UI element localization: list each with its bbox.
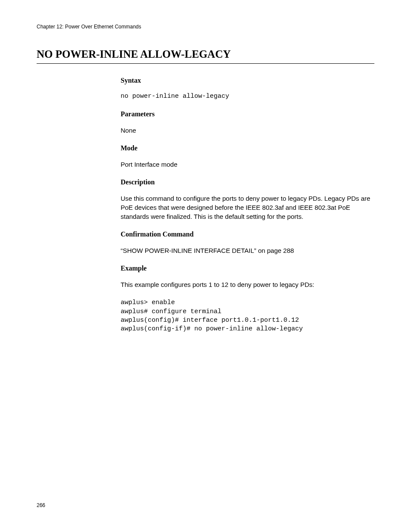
mode-text: Port Interface mode [121, 160, 374, 169]
page-header: Chapter 12: Power Over Ethernet Commands [37, 24, 141, 30]
description-text: Use this command to configure the ports … [121, 194, 374, 221]
example-code: awplus> enable awplus# configure termina… [121, 299, 374, 333]
confirmation-text: “SHOW POWER-INLINE INTERFACE DETAIL” on … [121, 246, 374, 255]
syntax-heading: Syntax [121, 77, 374, 84]
example-heading: Example [121, 264, 374, 272]
syntax-code: no power-inline allow-legacy [121, 92, 374, 101]
confirmation-heading: Confirmation Command [121, 230, 374, 238]
parameters-text: None [121, 126, 374, 135]
command-title: NO POWER-INLINE ALLOW-LEGACY [37, 48, 374, 64]
content-area: Syntax no power-inline allow-legacy Para… [121, 77, 374, 343]
example-text: This example configures ports 1 to 12 to… [121, 280, 374, 289]
mode-heading: Mode [121, 144, 374, 152]
parameters-heading: Parameters [121, 110, 374, 118]
page-number: 266 [37, 502, 45, 508]
description-heading: Description [121, 178, 374, 186]
